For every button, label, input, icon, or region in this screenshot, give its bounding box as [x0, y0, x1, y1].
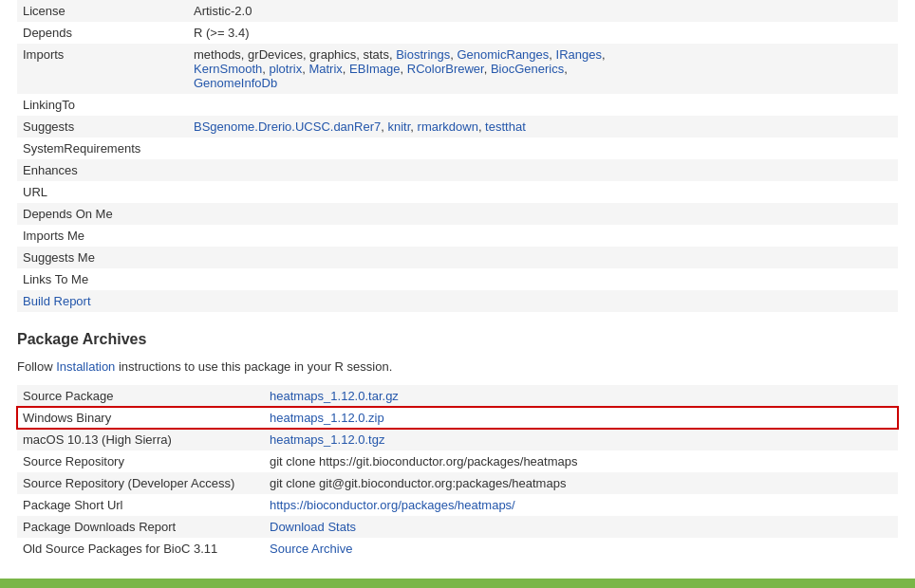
row-label: Build Report: [17, 290, 188, 312]
row-value: [188, 203, 898, 225]
intro-rest: instructions to use this package in your…: [119, 359, 392, 374]
import-link[interactable]: BiocGenerics: [491, 62, 564, 76]
archive-value: heatmaps_1.12.0.tgz: [264, 429, 898, 450]
table-row: DependsR (>= 3.4): [17, 22, 898, 44]
row-label: Depends: [17, 22, 188, 44]
archive-value: Download Stats: [264, 516, 898, 538]
suggests-link[interactable]: rmarkdown: [418, 119, 478, 134]
archive-value: git clone git@git.bioconductor.org:packa…: [264, 472, 898, 494]
archives-intro: Follow Installation instructions to use …: [17, 359, 898, 374]
package-table: LicenseArtistic-2.0DependsR (>= 3.4)Impo…: [17, 0, 898, 312]
archive-link[interactable]: heatmaps_1.12.0.tar.gz: [270, 389, 399, 403]
main-content: LicenseArtistic-2.0DependsR (>= 3.4)Impo…: [0, 0, 915, 579]
import-link[interactable]: Biostrings: [396, 47, 450, 62]
import-link[interactable]: KernSmooth: [194, 62, 262, 76]
import-link[interactable]: plotrix: [270, 62, 303, 76]
installation-link[interactable]: Installation: [56, 359, 115, 374]
row-label: Imports: [17, 44, 188, 94]
import-link[interactable]: IRanges: [556, 47, 602, 62]
table-row: SuggestsBSgenome.Drerio.UCSC.danRer7, kn…: [17, 116, 898, 138]
footer: Contact us: support.bioconductor.org Cop…: [0, 579, 915, 588]
table-row: Build Report: [17, 290, 898, 312]
row-value: [188, 247, 898, 268]
import-link[interactable]: RColorBrewer: [407, 62, 484, 76]
import-link[interactable]: Matrix: [308, 62, 342, 76]
archive-value: heatmaps_1.12.0.tar.gz: [264, 385, 898, 407]
row-label: License: [17, 0, 188, 22]
intro-text: Follow: [17, 359, 56, 374]
table-row: URL: [17, 181, 898, 203]
archive-row: Package Short Urlhttps://bioconductor.or…: [17, 494, 898, 516]
import-link[interactable]: GenomeInfoDb: [194, 76, 277, 90]
archive-value: git clone https://git.bioconductor.org/p…: [264, 450, 898, 472]
archive-row: Windows Binaryheatmaps_1.12.0.zip: [17, 407, 898, 429]
archive-label: Source Repository (Developer Access): [17, 472, 264, 494]
archive-link[interactable]: Download Stats: [270, 520, 356, 534]
row-value: Artistic-2.0: [188, 0, 898, 22]
table-row: Suggests Me: [17, 247, 898, 268]
suggests-link[interactable]: knitr: [388, 119, 411, 134]
archive-link[interactable]: Source Archive: [270, 542, 352, 556]
archive-link[interactable]: heatmaps_1.12.0.zip: [270, 411, 384, 425]
archive-value: heatmaps_1.12.0.zip: [264, 407, 898, 429]
archive-label: Windows Binary: [17, 407, 264, 429]
row-value: [188, 225, 898, 247]
build-report-link[interactable]: Build Report: [23, 294, 91, 308]
archive-value: https://bioconductor.org/packages/heatma…: [264, 494, 898, 516]
row-value: [188, 181, 898, 203]
row-value: [188, 159, 898, 181]
page-wrapper: LicenseArtistic-2.0DependsR (>= 3.4)Impo…: [0, 0, 915, 588]
row-label: Enhances: [17, 159, 188, 181]
archive-row: Source Repository (Developer Access)git …: [17, 472, 898, 494]
row-label: Links To Me: [17, 268, 188, 290]
table-row: LinkingTo: [17, 94, 898, 116]
row-label: Depends On Me: [17, 203, 188, 225]
row-label: URL: [17, 181, 188, 203]
row-label: Imports Me: [17, 225, 188, 247]
row-label: LinkingTo: [17, 94, 188, 116]
table-row: SystemRequirements: [17, 138, 898, 159]
archive-row: Source Repositorygit clone https://git.b…: [17, 450, 898, 472]
suggests-link[interactable]: testthat: [485, 119, 526, 134]
section-title: Package Archives: [17, 331, 898, 348]
archive-label: Old Source Packages for BioC 3.11: [17, 538, 264, 560]
table-row: Enhances: [17, 159, 898, 181]
row-value: R (>= 3.4): [188, 22, 898, 44]
table-row: LicenseArtistic-2.0: [17, 0, 898, 22]
archive-link[interactable]: heatmaps_1.12.0.tgz: [270, 432, 384, 447]
row-label: Suggests: [17, 116, 188, 138]
table-row: Depends On Me: [17, 203, 898, 225]
row-value: [188, 290, 898, 312]
archive-row: Package Downloads ReportDownload Stats: [17, 516, 898, 538]
row-value: methods, grDevices, graphics, stats, Bio…: [188, 44, 898, 94]
archive-label: Source Package: [17, 385, 264, 407]
row-value: [188, 138, 898, 159]
package-archives-section: Package Archives Follow Installation ins…: [17, 331, 898, 560]
row-label: Suggests Me: [17, 247, 188, 268]
archive-row: macOS 10.13 (High Sierra)heatmaps_1.12.0…: [17, 429, 898, 450]
archive-label: Package Downloads Report: [17, 516, 264, 538]
import-link[interactable]: GenomicRanges: [457, 47, 549, 62]
table-row: Links To Me: [17, 268, 898, 290]
archive-row: Source Packageheatmaps_1.12.0.tar.gz: [17, 385, 898, 407]
row-label: SystemRequirements: [17, 138, 188, 159]
archive-label: Source Repository: [17, 450, 264, 472]
archive-label: macOS 10.13 (High Sierra): [17, 429, 264, 450]
row-value: BSgenome.Drerio.UCSC.danRer7, knitr, rma…: [188, 116, 898, 138]
row-value: [188, 94, 898, 116]
table-row: Imports Me: [17, 225, 898, 247]
archive-label: Package Short Url: [17, 494, 264, 516]
table-row: Importsmethods, grDevices, graphics, sta…: [17, 44, 898, 94]
row-value: [188, 268, 898, 290]
archive-value: Source Archive: [264, 538, 898, 560]
archive-row: Old Source Packages for BioC 3.11Source …: [17, 538, 898, 560]
import-link[interactable]: EBImage: [349, 62, 400, 76]
archive-link[interactable]: https://bioconductor.org/packages/heatma…: [270, 498, 515, 512]
archives-table: Source Packageheatmaps_1.12.0.tar.gzWind…: [17, 385, 898, 560]
suggests-link[interactable]: BSgenome.Drerio.UCSC.danRer7: [194, 119, 381, 134]
